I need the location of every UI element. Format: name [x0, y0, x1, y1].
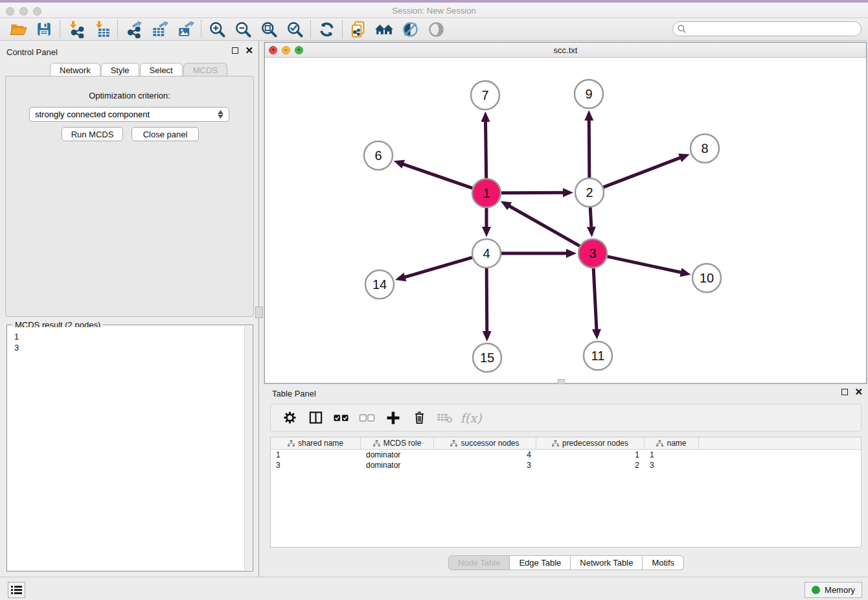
application-window: Session: New Session — [0, 0, 868, 600]
network-window-titlebar[interactable]: × − + scc.txt — [265, 43, 866, 58]
table-cell[interactable]: 3 — [645, 460, 699, 470]
column-header-predecessor-nodes[interactable]: predecessor nodes — [536, 437, 645, 449]
svg-text:6: 6 — [374, 148, 382, 163]
graph-edge[interactable] — [607, 257, 681, 273]
table-cell[interactable]: 2 — [536, 460, 645, 470]
session-title: Session: New Session — [0, 6, 868, 16]
tab-node-table[interactable]: Node Table — [448, 555, 510, 570]
result-scrollbar[interactable] — [244, 326, 252, 570]
import-table-button[interactable] — [89, 19, 115, 39]
graph-edge[interactable] — [404, 257, 472, 277]
vertical-split-grip[interactable] — [255, 306, 263, 318]
table-row[interactable]: 1dominator411 — [271, 450, 861, 460]
graph-node-14[interactable]: 14 — [365, 270, 394, 299]
float-panel-icon[interactable] — [232, 47, 238, 54]
graph-node-9[interactable]: 9 — [575, 80, 603, 108]
table-cell[interactable]: 1 — [271, 450, 361, 460]
mcds-result-list[interactable]: 13 — [8, 327, 244, 570]
tab-mcds[interactable]: MCDS — [183, 63, 227, 76]
graph-node-15[interactable]: 15 — [473, 343, 501, 372]
network-canvas[interactable]: 7968124314101511 — [266, 58, 865, 383]
graph-edge[interactable] — [589, 119, 589, 178]
graph-edge[interactable] — [486, 268, 487, 332]
table-cell[interactable]: 3 — [434, 460, 536, 470]
graph-node-6[interactable]: 6 — [364, 141, 393, 170]
tab-select[interactable]: Select — [140, 63, 183, 76]
table-settings-button[interactable] — [280, 408, 299, 428]
graph-node-3[interactable]: 3 — [578, 239, 607, 268]
table-cell[interactable]: 1 — [536, 450, 645, 460]
memory-button[interactable]: Memory — [805, 582, 862, 598]
close-panel-button[interactable]: Close panel — [131, 127, 199, 141]
search-field[interactable] — [672, 21, 862, 36]
table-cell[interactable]: 4 — [434, 450, 536, 460]
function-builder-button[interactable]: f(x) — [461, 408, 481, 428]
graph-node-2[interactable]: 2 — [575, 178, 604, 207]
select-all-columns-button[interactable] — [332, 408, 351, 428]
open-session-button[interactable] — [5, 19, 31, 39]
table-cell[interactable]: 1 — [645, 450, 699, 460]
graph-node-1[interactable]: 1 — [472, 179, 501, 207]
graph-node-4[interactable]: 4 — [472, 239, 501, 268]
save-session-button[interactable] — [31, 19, 57, 39]
export-table-button[interactable] — [146, 19, 172, 39]
birdseye-view-button[interactable] — [423, 19, 449, 39]
memory-label: Memory — [825, 585, 855, 595]
unselect-all-columns-button[interactable] — [358, 408, 377, 428]
graph-edge[interactable] — [501, 192, 564, 193]
horizontal-split-grip[interactable] — [558, 379, 565, 384]
memory-status-icon — [812, 586, 820, 594]
tab-edge-table[interactable]: Edge Table — [510, 555, 571, 570]
open-folder-icon — [10, 21, 27, 38]
node-table-header: shared nameMCDS rolesuccessor nodesprede… — [271, 437, 861, 450]
zoom-out-button[interactable] — [230, 19, 256, 39]
optimization-criterion-label: Optimization criterion: — [6, 91, 253, 100]
graph-node-10[interactable]: 10 — [692, 264, 721, 292]
graph-edge[interactable] — [590, 207, 591, 228]
graph-edge[interactable] — [508, 205, 580, 246]
close-table-panel-icon[interactable]: ✕ — [854, 389, 863, 395]
table-cell[interactable]: 3 — [271, 460, 361, 470]
zoom-fit-button[interactable] — [256, 19, 282, 39]
graph-node-8[interactable]: 8 — [691, 134, 719, 163]
show-column-button[interactable] — [306, 408, 325, 428]
column-header-MCDS-role[interactable]: MCDS role — [361, 437, 434, 449]
column-header-name[interactable]: name — [645, 437, 699, 449]
criterion-dropdown[interactable]: strongly connected component — [29, 107, 229, 122]
run-mcds-button[interactable]: Run MCDS — [62, 127, 123, 141]
apply-layout-button[interactable] — [314, 19, 339, 39]
tab-style[interactable]: Style — [101, 63, 139, 76]
graph-edge[interactable] — [603, 157, 681, 187]
graph-edge[interactable] — [402, 164, 472, 189]
tab-network[interactable]: Network — [50, 63, 100, 76]
import-network-button[interactable] — [63, 19, 89, 39]
home-button[interactable] — [371, 19, 397, 39]
column-header-shared-name[interactable]: shared name — [271, 437, 361, 449]
column-header-successor-nodes[interactable]: successor nodes — [434, 437, 536, 449]
graph-edge[interactable] — [593, 268, 597, 330]
export-network-button[interactable] — [120, 19, 146, 39]
table-row[interactable]: 3dominator323 — [271, 460, 861, 470]
import-table-icon — [93, 21, 111, 38]
graph-edge-arrowhead — [395, 273, 406, 281]
add-row-button[interactable] — [383, 408, 403, 428]
log-console-button[interactable] — [8, 582, 25, 598]
table-cell[interactable]: dominator — [361, 460, 434, 470]
float-table-panel-icon[interactable] — [841, 389, 848, 395]
delete-table-button[interactable] — [435, 408, 455, 428]
graph-node-11[interactable]: 11 — [584, 341, 612, 370]
close-panel-icon[interactable]: ✕ — [245, 47, 253, 54]
zoom-selected-button[interactable] — [282, 19, 308, 39]
graph-edge[interactable] — [486, 121, 486, 178]
hide-graphics-details-button[interactable] — [397, 19, 423, 39]
clone-network-button[interactable] — [345, 19, 371, 39]
export-image-button[interactable] — [172, 19, 198, 39]
zoom-in-button[interactable] — [204, 19, 230, 39]
delete-row-button[interactable] — [409, 408, 429, 428]
search-input[interactable] — [687, 23, 861, 35]
tab-network-table[interactable]: Network Table — [571, 555, 643, 570]
table-cell[interactable]: dominator — [361, 450, 434, 460]
graph-edge-arrowhead — [678, 154, 689, 162]
graph-node-7[interactable]: 7 — [471, 81, 499, 110]
tab-motifs[interactable]: Motifs — [643, 555, 684, 570]
